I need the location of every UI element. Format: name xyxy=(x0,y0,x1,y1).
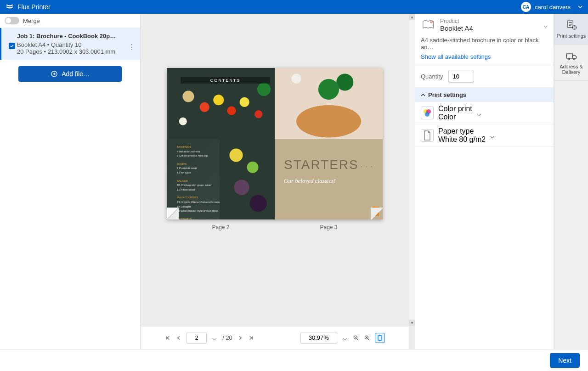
print-settings-icon xyxy=(565,19,577,31)
next-page-icon[interactable] xyxy=(237,335,243,341)
svg-point-7 xyxy=(425,112,430,117)
product-description: A4 saddle-stitched brochure in color or … xyxy=(415,36,554,53)
paper-label: Paper type xyxy=(438,127,486,135)
chevron-down-icon: ⌵ xyxy=(490,131,495,140)
tab-print-label: Print settings xyxy=(557,33,586,39)
quantity-input[interactable] xyxy=(448,70,474,83)
job-dims: 20 Pages • 213.0002 x 303.0001 mm xyxy=(17,48,135,55)
chevron-down-icon xyxy=(578,5,582,9)
product-label: Product xyxy=(440,18,539,24)
user-avatar: CA xyxy=(521,2,531,12)
zoom-input[interactable] xyxy=(300,332,337,344)
svg-text:A4: A4 xyxy=(430,20,434,23)
svg-point-12 xyxy=(573,58,575,60)
show-all-settings-link[interactable]: Show all available settings xyxy=(415,53,554,65)
tab-address-delivery[interactable]: Address & Delivery xyxy=(554,45,588,81)
job-more-icon[interactable]: ⋮ xyxy=(128,43,136,51)
quantity-label: Quantity xyxy=(421,73,443,80)
page-total: / 20 xyxy=(222,334,232,341)
scroll-up-icon[interactable]: ▲ xyxy=(409,14,415,20)
next-button[interactable]: Next xyxy=(550,353,580,368)
page-curl-right[interactable] xyxy=(371,208,383,219)
settings-panel: A4 Product Booklet A4 ⌵ A4 saddle-stitch… xyxy=(415,14,554,349)
chevron-down-icon: ⌵ xyxy=(543,21,548,29)
app-name: Flux Printer xyxy=(17,3,51,11)
svg-rect-10 xyxy=(566,54,572,58)
color-print-selector[interactable]: Color print Color ⌵ xyxy=(415,102,554,124)
color-value: Color xyxy=(438,113,472,121)
product-value: Booklet A4 xyxy=(440,24,539,32)
scroll-down-icon[interactable]: ▼ xyxy=(409,320,415,326)
job-format: Booklet A4 • Quantity 10 xyxy=(17,41,135,48)
zoom-in-icon[interactable] xyxy=(364,335,370,341)
quantity-row: Quantity xyxy=(415,65,554,88)
page-3: STARTERS • • • • • Our beloved classics! xyxy=(275,68,383,219)
merge-label: Merge xyxy=(23,17,40,24)
starters-title: STARTERS xyxy=(284,157,359,172)
page-2-label: Page 2 xyxy=(167,224,275,230)
jobs-sidebar: Merge Job 1: Brochure - CookBook 20p… Bo… xyxy=(0,14,141,349)
page-dropdown-icon[interactable]: ⌵ xyxy=(211,333,218,342)
page-3-label: Page 3 xyxy=(275,224,383,230)
preview-pane: CONTENTS STARTERS4 Italian bruschetta5 C… xyxy=(141,14,415,349)
pager-toolbar: ⌵ / 20 ⌵ xyxy=(141,326,409,349)
tab-print-settings[interactable]: Print settings xyxy=(554,14,588,45)
chevron-down-icon: ⌵ xyxy=(477,109,481,118)
user-menu[interactable]: CA carol danvers xyxy=(521,2,582,12)
prev-page-icon[interactable] xyxy=(175,335,182,341)
tab-address-label: Address & Delivery xyxy=(560,64,583,75)
add-file-button[interactable]: Add file… xyxy=(18,66,122,82)
starters-subtitle: Our beloved classics! xyxy=(284,177,336,185)
delivery-icon xyxy=(565,50,577,62)
paper-value: White 80 g/m2 xyxy=(438,135,486,144)
page-input[interactable] xyxy=(187,332,207,344)
table-of-contents: STARTERS4 Italian bruschetta5 Cream chee… xyxy=(177,141,223,219)
app-header: Flux Printer CA carol danvers xyxy=(0,0,588,14)
vertical-scrollbar[interactable]: ▲ ▼ xyxy=(409,14,415,326)
page-curl-left[interactable] xyxy=(167,208,179,219)
job-title: Job 1: Brochure - CookBook 20p… xyxy=(17,33,135,39)
paper-icon xyxy=(423,130,432,141)
plus-circle-icon xyxy=(51,70,58,78)
preview-area[interactable]: CONTENTS STARTERS4 Italian bruschetta5 C… xyxy=(141,14,415,326)
contents-heading: CONTENTS xyxy=(181,77,270,84)
chevron-up-icon xyxy=(421,93,425,97)
flux-logo-icon xyxy=(6,3,14,11)
footer-bar: Next xyxy=(0,349,588,371)
user-name: carol danvers xyxy=(535,4,571,11)
merge-row: Merge xyxy=(0,14,140,28)
job-checkbox[interactable] xyxy=(9,43,15,49)
color-icon xyxy=(423,108,432,118)
svg-rect-3 xyxy=(378,336,382,340)
booklet-icon: A4 xyxy=(421,18,435,32)
page-spread: CONTENTS STARTERS4 Italian bruschetta5 C… xyxy=(167,68,383,219)
page-2: CONTENTS STARTERS4 Italian bruschetta5 C… xyxy=(167,68,275,219)
print-settings-header[interactable]: Print settings xyxy=(415,88,554,102)
last-page-icon[interactable] xyxy=(248,335,254,341)
fit-page-button[interactable] xyxy=(375,333,385,343)
color-label: Color print xyxy=(438,105,472,113)
dots-decoration: • • • • • xyxy=(351,164,373,169)
zoom-out-icon[interactable] xyxy=(353,335,359,341)
svg-point-11 xyxy=(568,58,570,60)
job-item[interactable]: Job 1: Brochure - CookBook 20p… Booklet … xyxy=(0,28,140,60)
first-page-icon[interactable] xyxy=(164,335,171,341)
print-settings-label: Print settings xyxy=(428,91,466,98)
add-file-label: Add file… xyxy=(62,70,90,78)
paper-type-selector[interactable]: Paper type White 80 g/m2 ⌵ xyxy=(415,124,554,147)
zoom-dropdown-icon[interactable]: ⌵ xyxy=(342,333,348,342)
app-logo: Flux Printer xyxy=(6,3,51,11)
product-selector[interactable]: A4 Product Booklet A4 ⌵ xyxy=(415,14,554,36)
merge-toggle[interactable] xyxy=(5,17,19,24)
right-tabs: Print settings Address & Delivery xyxy=(554,14,588,349)
